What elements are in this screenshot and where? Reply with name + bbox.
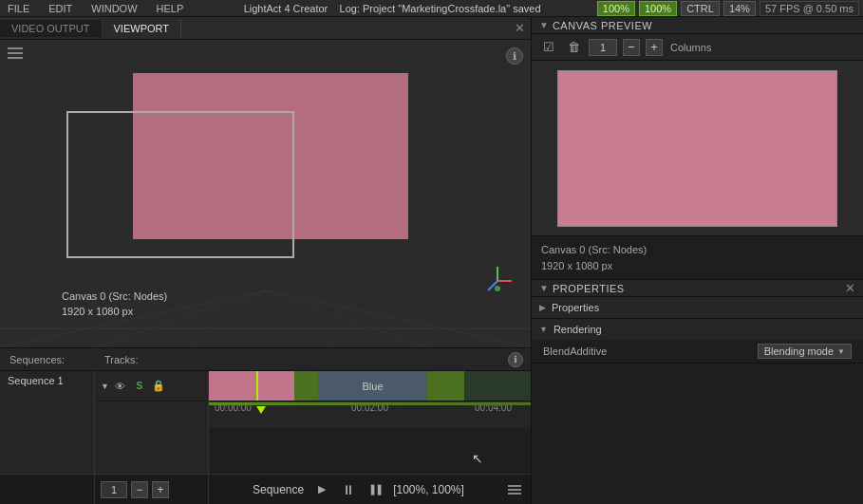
viewport-3d[interactable]: ℹ [0, 40, 531, 347]
sequences-label: Sequences: [0, 354, 95, 365]
menu-bar: FILE EDIT WINDOW HELP LightAct 4 Creator… [0, 0, 863, 17]
track-block-dark [464, 371, 531, 401]
seq-header: Sequences: Tracks: ℹ [0, 348, 531, 371]
track-control-row: ▼ 👁 S 🔒 [95, 371, 208, 401]
playhead[interactable] [256, 371, 258, 401]
track-lock-icon[interactable]: 🔒 [151, 379, 166, 394]
properties-title: PROPERTIES [553, 283, 625, 294]
seq-body: Sequence 1 ▼ 👁 S 🔒 Blue [0, 371, 531, 474]
frame-number-input[interactable] [101, 481, 127, 498]
canvas-preview-collapse-icon[interactable]: ▼ [539, 20, 549, 30]
canvas-rect-front [66, 111, 294, 258]
properties-section-title: Properties [552, 302, 599, 313]
sequence-item[interactable]: Sequence 1 [0, 371, 94, 390]
canvas-preview-toolbar: ☑ 🗑 − + Columns [532, 34, 863, 61]
sequences-list: Sequence 1 [0, 371, 95, 474]
viewport-hamburger-icon[interactable] [8, 47, 23, 59]
hamburger-line [8, 47, 23, 49]
properties-close-icon[interactable]: ✕ [845, 281, 855, 295]
viewport-info-icon[interactable]: ℹ [506, 47, 523, 65]
track-eye-icon[interactable]: 👁 [113, 379, 128, 394]
canvas-trash-icon[interactable]: 🗑 [564, 38, 583, 57]
column-number-input[interactable] [589, 39, 617, 56]
axis-indicator [478, 262, 516, 300]
tracks-controls: ▼ 👁 S 🔒 [95, 371, 209, 474]
viewport-header: VIDEO OUTPUT VIEWPORT ✕ [0, 17, 531, 40]
properties-body: ▶ Properties ▼ Rendering BlendAdditive B… [532, 297, 863, 504]
properties-section-header[interactable]: ▶ Properties [532, 297, 863, 318]
app-title-log: LightAct 4 Creator Log: Project "Marketi… [198, 3, 586, 14]
prop-arrow-down-icon: ▼ [539, 325, 548, 334]
hamburger-line [8, 52, 23, 54]
hamburger-line [8, 57, 23, 59]
playback-sequence-label: Sequence [253, 483, 304, 496]
playback-status: [100%, 100%] [393, 483, 464, 496]
blend-mode-dropdown[interactable]: Blending mode ▼ [758, 344, 852, 359]
blend-key-label: BlendAdditive [543, 345, 750, 357]
properties-section: ▶ Properties [532, 297, 863, 319]
hamburger-line [508, 485, 521, 487]
seq-info-icon[interactable]: ℹ [508, 352, 523, 367]
track-bottom-controls: − + [95, 475, 209, 504]
tab-video-output[interactable]: VIDEO OUTPUT [0, 20, 103, 37]
viewport-close-icon[interactable]: ✕ [515, 21, 525, 35]
ctrl-metric: CTRL [681, 1, 720, 16]
menu-edit[interactable]: EDIT [45, 3, 76, 14]
canvas-preview-content [558, 71, 836, 226]
track-s-icon[interactable]: S [132, 379, 147, 394]
frame-minus-button[interactable]: − [131, 481, 148, 498]
track-row-green: Blue [209, 371, 531, 401]
prop-arrow-right-icon: ▶ [539, 303, 546, 312]
rendering-section-header[interactable]: ▼ Rendering [532, 319, 863, 340]
properties-collapse-icon[interactable]: ▼ [539, 283, 549, 293]
left-panel: VIDEO OUTPUT VIEWPORT ✕ ℹ [0, 17, 532, 504]
playhead-arrow [256, 406, 266, 414]
playback-bottom-bar: − + Sequence ▶ ⏸ ❚❚ [100%, 100%] [0, 474, 531, 504]
canvas-checkbox-icon[interactable]: ☑ [539, 38, 558, 57]
stop-button[interactable]: ❚❚ [366, 481, 384, 498]
track-block-pink [209, 371, 294, 401]
hamburger-line [508, 489, 521, 491]
svg-line-3 [190, 290, 266, 347]
pause-button[interactable]: ⏸ [340, 481, 357, 498]
canvas-preview-header: ▼ CANVAS PREVIEW [532, 17, 863, 34]
canvas-preview-title: CANVAS PREVIEW [553, 20, 652, 31]
blend-mode-row: BlendAdditive Blending mode ▼ [532, 340, 863, 363]
sequence-tracks-panel: Sequences: Tracks: ℹ Sequence 1 ▼ 👁 S 🔒 [0, 347, 531, 504]
cpu-metric: 14% [723, 1, 756, 16]
timeline-area[interactable]: Blue ↖ 00:00:00 00:02:00 00:04:00 [209, 371, 531, 474]
tab-viewport[interactable]: VIEWPORT [103, 20, 181, 37]
playback-hamburger-icon[interactable] [508, 485, 521, 495]
viewport-canvas-label: Canvas 0 (Src: Nodes) 1920 x 1080 px [62, 289, 167, 319]
tracks-label: Tracks: [95, 354, 209, 365]
rendering-section-title: Rendering [553, 324, 602, 335]
canvas-preview-label: Canvas 0 (Src: Nodes) [541, 242, 854, 258]
viewport-canvas: ℹ [0, 40, 531, 347]
menu-help[interactable]: HELP [153, 3, 188, 14]
canvas-preview-size: 1920 x 1080 px [541, 258, 854, 274]
main-area: VIDEO OUTPUT VIEWPORT ✕ ℹ [0, 17, 863, 504]
seq-bottom-left [0, 475, 95, 504]
columns-label: Columns [670, 42, 711, 53]
playback-controls: Sequence ▶ ⏸ ❚❚ [100%, 100%] [209, 481, 508, 498]
menu-metrics: 100% 100% CTRL 14% 57 FPS @ 0.50 ms [597, 1, 859, 16]
right-panel: ▼ CANVAS PREVIEW ☑ 🗑 − + Columns Canvas … [532, 17, 863, 504]
properties-header: ▼ PROPERTIES ✕ [532, 280, 863, 297]
track-expand-icon[interactable]: ▼ [101, 382, 109, 391]
ruler-green-bar [209, 402, 531, 405]
menu-window[interactable]: WINDOW [87, 3, 141, 14]
hamburger-line [508, 493, 521, 495]
canvas-preview-info: Canvas 0 (Src: Nodes) 1920 x 1080 px [532, 236, 863, 280]
rendering-section: ▼ Rendering BlendAdditive Blending mode … [532, 319, 863, 364]
canvas-preview-thumbnail [557, 70, 837, 227]
menu-file[interactable]: FILE [4, 3, 33, 14]
play-button[interactable]: ▶ [313, 481, 330, 498]
col-plus-button[interactable]: + [646, 39, 663, 56]
timeline-ruler: 00:00:00 00:02:00 00:04:00 [209, 401, 531, 428]
svg-line-4 [266, 290, 332, 347]
svg-point-10 [495, 286, 500, 291]
col-minus-button[interactable]: − [623, 39, 640, 56]
frame-plus-button[interactable]: + [152, 481, 169, 498]
blend-dropdown-arrow-icon: ▼ [837, 347, 845, 356]
canvas-preview-display [532, 61, 863, 236]
